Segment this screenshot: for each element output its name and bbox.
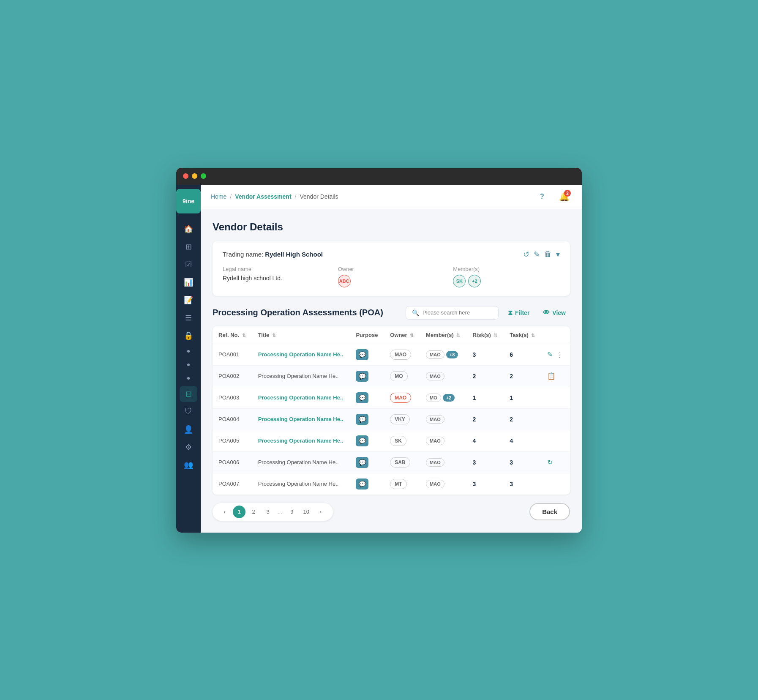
sidebar-item-dashboard[interactable]: ⊞: [180, 239, 197, 255]
sidebar-item-reports[interactable]: 📝: [180, 292, 197, 308]
sidebar-item-table[interactable]: ⊟: [180, 386, 197, 402]
sidebar: 9ine 🏠 ⊞ ☑ 📊 📝 ☰: [176, 185, 201, 533]
breadcrumb: Home / Vendor Assessment / Vendor Detail…: [211, 193, 534, 200]
cell-purpose[interactable]: 💬: [350, 408, 384, 430]
prev-page-button[interactable]: ‹: [218, 506, 231, 518]
cell-purpose[interactable]: 💬: [350, 344, 384, 365]
legal-name-field: Legal name Rydell high school Ltd.: [223, 266, 330, 287]
edit-vendor-icon[interactable]: ✎: [534, 250, 540, 259]
cell-title[interactable]: Processing Operation Name He..: [252, 430, 350, 451]
next-page-button[interactable]: ›: [314, 506, 327, 518]
filter-button[interactable]: ⧗ Filter: [504, 306, 534, 319]
search-icon: 🔍: [412, 309, 419, 316]
cell-members: MAO: [420, 365, 466, 387]
cell-risks: 1: [466, 387, 504, 408]
cell-members: MAO: [420, 408, 466, 430]
app-window: 9ine 🏠 ⊞ ☑ 📊 📝 ☰: [176, 168, 582, 533]
col-owner[interactable]: Owner ⇅: [384, 326, 420, 344]
chat-icon[interactable]: 💬: [356, 435, 368, 446]
refresh-icon[interactable]: ↻: [547, 458, 553, 466]
user-settings-icon: 👤: [184, 425, 193, 434]
more-options-icon[interactable]: ⋮: [556, 350, 564, 359]
col-purpose: Purpose: [350, 326, 384, 344]
col-tasks[interactable]: Task(s) ⇅: [504, 326, 541, 344]
cell-owner: SAB: [384, 451, 420, 473]
sidebar-item-analytics[interactable]: 📊: [180, 274, 197, 290]
message-icon: 💬: [359, 351, 366, 358]
cell-title: Processing Operation Name He..: [252, 365, 350, 387]
cell-owner: MT: [384, 473, 420, 495]
cell-actions: [541, 430, 570, 451]
cell-purpose[interactable]: 💬: [350, 451, 384, 473]
shield-icon: 🛡: [185, 407, 192, 416]
sidebar-item-shield[interactable]: 🛡: [180, 404, 197, 420]
cell-risks: 2: [466, 365, 504, 387]
page-9-button[interactable]: 9: [286, 506, 298, 518]
cell-purpose[interactable]: 💬: [350, 473, 384, 495]
maximize-button[interactable]: [201, 173, 206, 179]
back-button[interactable]: Back: [529, 503, 570, 520]
history-icon[interactable]: ↺: [523, 250, 529, 259]
view-button[interactable]: 👁 View: [539, 306, 570, 319]
minimize-button[interactable]: [192, 173, 197, 179]
page-3-button[interactable]: 3: [262, 506, 274, 518]
cell-owner: MAO: [384, 344, 420, 365]
sidebar-item-users[interactable]: 👥: [180, 457, 197, 473]
cell-title[interactable]: Processing Operation Name He..: [252, 344, 350, 365]
col-title[interactable]: Title ⇅: [252, 326, 350, 344]
message-icon: 💬: [359, 481, 366, 487]
edit-row-icon[interactable]: ✎: [547, 350, 553, 358]
cell-purpose[interactable]: 💬: [350, 387, 384, 408]
page-1-button[interactable]: 1: [233, 506, 245, 518]
legal-name-value: Rydell high school Ltd.: [223, 275, 330, 282]
breadcrumb-sep-2: /: [295, 193, 297, 200]
cell-title[interactable]: Processing Operation Name He..: [252, 387, 350, 408]
delete-vendor-icon[interactable]: 🗑: [544, 250, 552, 259]
cell-purpose[interactable]: 💬: [350, 365, 384, 387]
poa-header: Processing Operation Assessments (POA) 🔍…: [213, 306, 570, 320]
help-button[interactable]: ?: [534, 189, 550, 204]
list-icon: ☰: [185, 313, 192, 323]
cell-purpose[interactable]: 💬: [350, 430, 384, 451]
title-bar: [176, 168, 582, 185]
chat-icon[interactable]: 💬: [356, 392, 368, 403]
table-icon: ⊟: [185, 389, 192, 399]
col-risks[interactable]: Risk(s) ⇅: [466, 326, 504, 344]
vendor-card-header: Trading name: Rydell High School ↺ ✎ 🗑 ▾: [223, 250, 560, 259]
breadcrumb-vendor-assessment[interactable]: Vendor Assessment: [235, 193, 291, 200]
page-10-button[interactable]: 10: [300, 506, 313, 518]
sidebar-item-document[interactable]: 🔒: [180, 328, 197, 344]
cell-tasks: 4: [504, 430, 541, 451]
col-ref[interactable]: Ref. No. ⇅: [213, 326, 252, 344]
search-input[interactable]: [423, 309, 492, 316]
home-icon: 🏠: [184, 224, 193, 234]
vendor-details-grid: Legal name Rydell high school Ltd. Owner…: [223, 266, 560, 287]
chat-icon[interactable]: 💬: [356, 414, 368, 425]
search-box[interactable]: 🔍: [406, 306, 499, 320]
table-row: POA007Processing Operation Name He..💬MTM…: [213, 473, 570, 495]
sidebar-item-tasks[interactable]: ☑: [180, 257, 197, 273]
notification-button[interactable]: 🔔 2: [556, 189, 572, 204]
chat-icon[interactable]: 💬: [356, 349, 368, 360]
col-members[interactable]: Member(s) ⇅: [420, 326, 466, 344]
cell-title[interactable]: Processing Operation Name He..: [252, 408, 350, 430]
sidebar-item-settings[interactable]: ⚙: [180, 439, 197, 455]
chat-icon[interactable]: 💬: [356, 457, 368, 468]
sidebar-item-list[interactable]: ☰: [180, 310, 197, 326]
sidebar-item-user-settings[interactable]: 👤: [180, 421, 197, 438]
chat-icon[interactable]: 💬: [356, 479, 368, 489]
page-2-button[interactable]: 2: [247, 506, 260, 518]
document-icon[interactable]: 📋: [547, 372, 556, 380]
chat-icon[interactable]: 💬: [356, 371, 368, 382]
sidebar-nav: 🏠 ⊞ ☑ 📊 📝 ☰ 🔒: [176, 218, 201, 533]
legal-name-label: Legal name: [223, 266, 330, 272]
expand-vendor-icon[interactable]: ▾: [556, 250, 560, 259]
table-row: POA003Processing Operation Name He..💬MAO…: [213, 387, 570, 408]
sidebar-item-home[interactable]: 🏠: [180, 221, 197, 237]
table-row: POA004Processing Operation Name He..💬VKY…: [213, 408, 570, 430]
breadcrumb-home[interactable]: Home: [211, 193, 226, 200]
cell-actions: ✎⋮: [541, 344, 570, 365]
page-dots: ...: [276, 509, 284, 515]
close-button[interactable]: [183, 173, 188, 179]
message-icon: 💬: [359, 373, 366, 380]
